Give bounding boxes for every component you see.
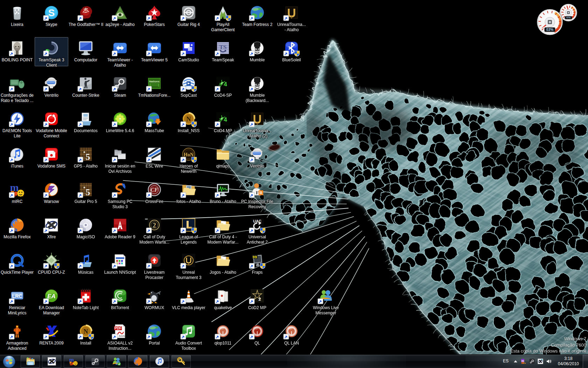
svg-text:F: F [256, 190, 259, 195]
svg-text:BLE: BLE [254, 83, 260, 87]
svg-text:e: e [525, 362, 526, 364]
svg-text:47%: 47% [566, 16, 571, 19]
svg-text:m: m [522, 359, 524, 362]
svg-text:Adobe: Adobe [119, 335, 126, 337]
svg-text:Nations: Nations [149, 80, 160, 83]
svg-text:2: 2 [153, 222, 156, 229]
svg-text:2: 2 [258, 297, 261, 302]
svg-text:5: 5 [86, 187, 90, 197]
svg-text:N: N [187, 116, 191, 123]
svg-text:N: N [84, 328, 88, 335]
svg-text:4: 4 [224, 81, 227, 88]
svg-text:R: R [259, 190, 263, 195]
svg-text:99: 99 [252, 255, 257, 259]
svg-text:TS: TS [219, 44, 227, 50]
svg-text:03%: 03% [546, 28, 553, 32]
svg-text:S: S [48, 7, 55, 18]
svg-text:CF: CF [150, 187, 158, 193]
svg-text:4: 4 [224, 116, 227, 123]
svg-text:PDF: PDF [114, 326, 121, 330]
svg-text:HoN: HoN [184, 152, 194, 157]
svg-text:LRC: LRC [12, 293, 22, 299]
svg-text:BLE: BLE [254, 48, 260, 51]
svg-text:5: 5 [86, 152, 90, 162]
